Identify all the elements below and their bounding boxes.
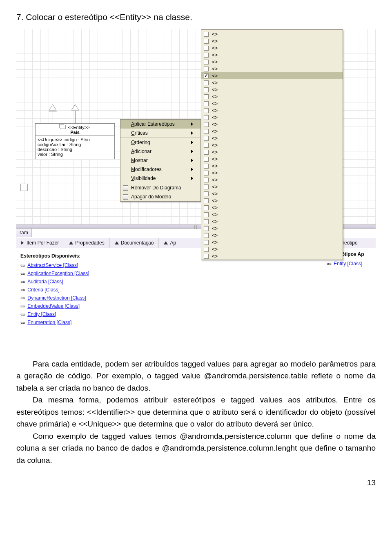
stereotype-bullet-icon: «» [20,263,25,268]
stereotype-option[interactable]: <> [201,149,343,156]
stereotype-option[interactable]: <> [201,44,343,51]
stereotype-option[interactable]: <> [201,58,343,65]
checkbox-icon [204,178,209,182]
ram-tab[interactable]: ram [16,229,32,237]
stereotype-option[interactable]: <> [201,232,343,239]
available-stereotype-link[interactable]: Entity [Class] [27,311,56,317]
checkbox-icon [204,219,209,224]
submenu-arrow-icon [191,131,193,135]
available-stereotype-link[interactable]: ApplicationException [Class] [27,271,89,276]
context-menu-item[interactable]: Modificadores [120,165,200,174]
stereotype-option[interactable]: <> [201,72,343,79]
available-stereotype-row[interactable]: «»Criteria [Class] [20,286,225,294]
stereotype-bullet-icon: «» [20,312,25,317]
paragraph: Como exemplo de tagged values temos @and… [16,430,376,466]
bottom-tab[interactable]: Ap [159,238,181,248]
stereotype-option[interactable]: <> [201,93,343,100]
available-stereotype-row[interactable]: «»Entity [Class] [20,310,225,318]
uml-class-box[interactable]: <<Entity>> Pais <<Unique>> codigo : Stri… [35,123,115,159]
uml-attribute: <<Unique>> codigo : Strin [38,137,112,142]
stereotype-option[interactable]: <> [201,121,343,128]
menu-item-label: Remover Do Diagrama [131,185,181,191]
stereotype-option-label: <> [212,136,218,141]
stereotype-option[interactable]: <> [201,246,343,253]
stereotype-option[interactable]: <> [201,38,343,44]
stereotype-option[interactable]: <> [201,204,343,211]
stereotype-option[interactable]: <> [201,135,343,142]
stereotype-option-label: <> [212,66,218,72]
bottom-tab[interactable]: Documentação [110,238,159,248]
stereotype-option[interactable]: <> [201,176,343,183]
available-stereotype-row[interactable]: «»ApplicationException [Class] [20,269,225,278]
checkbox-icon [204,150,209,155]
stereotype-bullet-icon: «» [20,320,25,325]
stereotype-option-label: <> [212,149,218,155]
available-stereotype-link[interactable]: Enumeration [Class] [27,320,71,325]
stereotype-option-label: <> [212,129,218,134]
submenu-arrow-icon [191,150,193,153]
stereotype-option[interactable]: <> [201,31,343,38]
stereotype-option-label: <> [212,191,218,197]
available-stereotype-link[interactable]: DynamicRestriction [Class] [27,295,86,301]
stereotype-option[interactable]: <> [201,225,343,232]
applied-stereotype-link[interactable]: Entity [Class] [334,261,362,267]
stereotype-option[interactable]: <> [201,156,343,162]
available-stereotype-row[interactable]: «»DynamicRestriction [Class] [20,294,225,302]
available-stereotype-row[interactable]: «»EmbeddedValue [Class] [20,302,225,310]
uml-class-header: <<Entity>> Pais [36,124,114,136]
stereotype-option[interactable]: <> [201,253,343,260]
menu-item-label: Ordering [131,140,150,145]
available-stereotype-row[interactable]: «»Auditoria [Class] [20,278,225,286]
stereotype-option[interactable]: <> [201,128,343,135]
stereotype-option[interactable]: <> [201,142,343,149]
submenu-arrow-icon [191,168,193,171]
stereotype-bullet-icon: «» [20,287,25,292]
stereotype-option[interactable]: <> [201,51,343,58]
checkbox-icon [204,129,209,134]
stereotype-option[interactable]: <> [201,107,343,114]
context-menu-item[interactable]: Aplicar Estereótipos [120,120,200,129]
stereotype-option[interactable]: <> [201,86,343,93]
available-stereotype-link[interactable]: AbstractService [Class] [27,262,78,268]
context-menu-item[interactable]: Visibilidade [120,174,200,183]
stereotype-option[interactable]: <> [201,65,343,72]
checkbox-icon [204,136,209,141]
stereotype-option-label: <> [212,87,218,93]
stereotype-option[interactable]: <> [201,79,343,86]
context-menu-item[interactable]: Adicionar [120,147,200,156]
applied-stereotype-row[interactable]: «» Entity [Class] [327,260,372,268]
bottom-tab[interactable]: Propriedades [64,238,109,248]
available-stereotype-link[interactable]: Auditoria [Class] [27,279,63,284]
bottom-tab[interactable]: Item Por Fazer [16,238,64,248]
available-stereotype-link[interactable]: EmbeddedValue [Class] [27,303,80,309]
available-stereotype-row[interactable]: «»AbstractService [Class] [20,261,225,269]
stereotype-option[interactable]: <> [201,100,343,107]
menu-item-icon [123,194,128,200]
checkbox-icon [204,122,209,127]
checkbox-icon [204,240,209,245]
context-menu-item[interactable]: Críticas [120,129,200,138]
available-stereotype-link[interactable]: Criteria [Class] [27,287,60,293]
svg-marker-1 [71,104,79,110]
checkbox-icon [204,191,209,196]
stereotype-option[interactable]: <> [201,114,343,121]
triangle-up-icon [164,241,168,244]
submenu-arrow-icon [191,122,193,126]
submenu-arrow-icon [191,141,193,144]
uml-attribute: codigoAuxiliar : String [38,142,112,147]
stereotype-option[interactable]: <> [201,197,343,204]
stereotype-option[interactable]: <> [201,183,343,190]
stereotype-option[interactable]: <> [201,169,343,176]
context-menu-item[interactable]: Remover Do Diagrama [120,183,200,192]
stereotype-option[interactable]: <> [201,218,343,225]
context-menu-item[interactable]: Apagar do Modelo [120,192,200,201]
stereotype-option[interactable]: <> [201,239,343,246]
stereotype-option[interactable]: <> [201,162,343,169]
context-menu-item[interactable]: Mostrar [120,156,200,165]
context-menu-item[interactable]: Ordering [120,138,200,147]
checkbox-icon [204,212,209,217]
available-stereotype-row[interactable]: «»Enumeration [Class] [20,318,225,327]
stereotype-option[interactable]: <> [201,211,343,218]
stereotype-bullet-icon: «» [20,304,25,309]
stereotype-option[interactable]: <> [201,190,343,197]
